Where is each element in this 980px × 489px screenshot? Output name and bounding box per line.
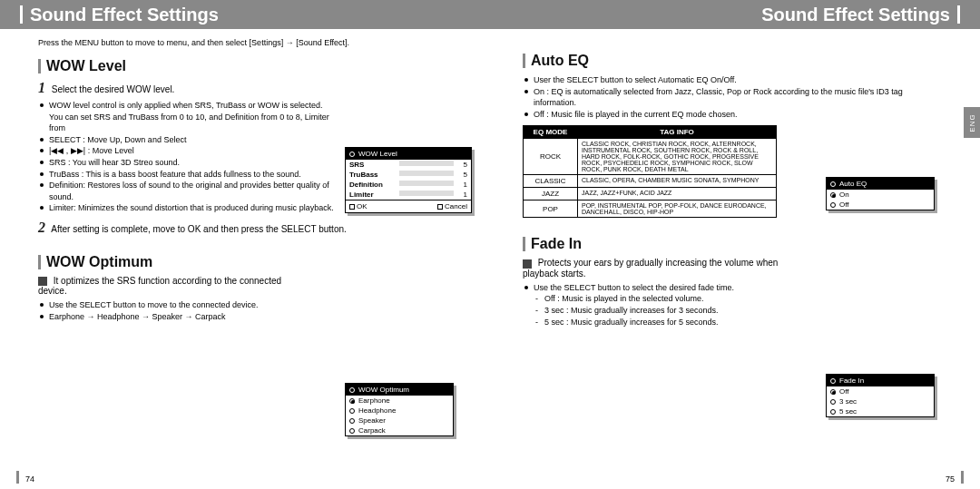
cancel-icon bbox=[437, 204, 443, 210]
wow-level-bullet: SRS : You will hear 3D Streo sound. bbox=[38, 157, 338, 169]
fade-in-bullets: Use the SELECT button to select the desi… bbox=[523, 282, 813, 328]
panel-header: Auto EQ bbox=[827, 178, 934, 190]
panel-header: Fade In bbox=[827, 375, 934, 386]
panel-title: WOW Level bbox=[358, 150, 397, 158]
eq-table-row: POPPOP, INSTRUMENTAL POP, POP-FOLK, DANC… bbox=[524, 200, 777, 218]
page-title-left: Sound Effect Settings bbox=[30, 5, 219, 25]
wow-level-row: Limiter1 bbox=[346, 190, 471, 200]
panel-title: Auto EQ bbox=[839, 180, 867, 188]
section-marker-icon bbox=[523, 237, 525, 251]
page-number-right: 75 bbox=[946, 474, 955, 484]
wow-optimum-heading: WOW Optimum bbox=[38, 254, 465, 270]
section-marker-icon bbox=[38, 59, 41, 73]
page-title-right: Sound Effect Settings bbox=[761, 5, 950, 25]
auto-eq-bullet: User the SELECT button to select Automat… bbox=[523, 74, 940, 86]
wow-level-bullet-nav: |◀◀ , ▶▶| : Move Level bbox=[38, 145, 338, 157]
wow-level-row: TruBass5 bbox=[346, 170, 471, 180]
wow-level-row: SRS5 bbox=[346, 160, 471, 170]
eq-table-row: CLASSICCLASSIC, OPERA, CHAMBER MUSIC SON… bbox=[524, 175, 777, 188]
wow-level-row: Definition1 bbox=[346, 180, 471, 190]
panel-icon bbox=[349, 387, 355, 393]
wow-level-bullet: Limiter: Minimizes the sound distortion … bbox=[38, 202, 338, 214]
wow-level-panel: WOW Level SRS5TruBass5Definition1Limiter… bbox=[345, 147, 472, 213]
fade-in-lead-text: Protects your ears by gradually increasi… bbox=[523, 258, 778, 278]
cancel-label: Cancel bbox=[445, 202, 467, 210]
auto-eq-panel: Auto EQ OnOff bbox=[826, 177, 935, 210]
panel-header: WOW Optimum bbox=[346, 384, 453, 396]
wow-level-title: WOW Level bbox=[46, 58, 126, 74]
panel-icon bbox=[830, 181, 836, 187]
auto-eq-bullet: Off : Music file is played in the curren… bbox=[523, 109, 940, 121]
thumb-tab-label: ENG bbox=[968, 113, 976, 132]
wow-level-bullets: WOW level control is only applied when S… bbox=[38, 100, 338, 214]
fade-in-bullet: Use the SELECT button to select the desi… bbox=[523, 282, 813, 294]
radio-option: On bbox=[827, 190, 934, 200]
wow-level-bullet: Definition: Restores loss of sound to th… bbox=[38, 180, 338, 202]
page-74: Sound Effect Settings Press the MENU but… bbox=[0, 0, 490, 489]
auto-eq-heading: Auto EQ bbox=[523, 53, 947, 69]
panel-header: WOW Level bbox=[346, 148, 471, 160]
step1-text: Select the desired WOW level. bbox=[52, 84, 175, 94]
panel-title: Fade In bbox=[839, 377, 864, 385]
eq-mode-table: EQ MODE TAG INFO ROCKCLASSIC ROCK, CHRIS… bbox=[523, 125, 777, 218]
wow-level-step2: 2 After setting is complete, move to OK … bbox=[38, 220, 465, 236]
wow-optimum-title: WOW Optimum bbox=[46, 254, 152, 270]
eq-header-mode: EQ MODE bbox=[524, 126, 578, 139]
page-number-left: 74 bbox=[25, 474, 34, 484]
ok-icon bbox=[349, 204, 355, 210]
panel-icon bbox=[349, 152, 355, 157]
thumb-tab: ENG bbox=[964, 107, 980, 138]
ok-label: OK bbox=[357, 202, 368, 210]
intro-text: Press the MENU button to move to menu, a… bbox=[38, 38, 465, 47]
radio-option: Earphone bbox=[346, 396, 453, 406]
radio-option: Carpack bbox=[346, 425, 453, 435]
auto-eq-bullet: On : EQ is automatically selected from J… bbox=[523, 86, 940, 109]
step2-text: After setting is complete, move to OK an… bbox=[51, 224, 347, 234]
wow-optimum-lead-text: It optimizes the SRS function according … bbox=[38, 276, 281, 296]
wow-level-heading: WOW Level bbox=[38, 58, 465, 74]
wow-optimum-bullets: Use the SELECT button to move to the con… bbox=[38, 299, 310, 322]
header-right: Sound Effect Settings bbox=[490, 0, 980, 29]
wow-optimum-lead: It optimizes the SRS function according … bbox=[38, 276, 310, 296]
wow-level-step1: 1 Select the desired WOW level. bbox=[38, 80, 465, 96]
fade-in-lead: Protects your ears by gradually increasi… bbox=[523, 258, 795, 278]
fade-in-subbullet: 3 sec : Music gradually increases for 3 … bbox=[534, 305, 813, 317]
wow-optimum-bullet: Use the SELECT button to move to the con… bbox=[38, 299, 310, 311]
page-mark-icon bbox=[16, 471, 19, 484]
step-number-1: 1 bbox=[38, 80, 45, 95]
panel-title: WOW Optimum bbox=[358, 386, 409, 394]
eq-header-tag: TAG INFO bbox=[578, 126, 777, 139]
wow-optimum-bullet: Earphone → Headphone → Speaker → Carpack bbox=[38, 311, 310, 323]
eq-table-row: ROCKCLASSIC ROCK, CHRISTIAN ROCK, ROCK, … bbox=[524, 139, 777, 175]
section-marker-icon bbox=[38, 255, 41, 269]
dash-icon bbox=[523, 259, 532, 269]
radio-option: Off bbox=[827, 386, 934, 396]
wow-level-bullet: WOW level control is only applied when S… bbox=[38, 100, 338, 134]
page-mark-icon bbox=[961, 471, 964, 484]
step-number-2: 2 bbox=[38, 220, 45, 235]
header-bar-icon bbox=[20, 5, 23, 24]
radio-option: Headphone bbox=[346, 406, 453, 416]
panel-icon bbox=[830, 378, 836, 384]
wow-optimum-panel: WOW Optimum EarphoneHeadphoneSpeakerCarp… bbox=[345, 383, 454, 436]
eq-table-row: JAZZJAZZ, JAZZ+FUNK, ACID JAZZ bbox=[524, 188, 777, 200]
page-75: Sound Effect Settings ENG Auto EQ User t… bbox=[490, 0, 980, 489]
header-left: Sound Effect Settings bbox=[0, 0, 490, 29]
dash-icon bbox=[38, 277, 47, 286]
wow-level-bullet: SELECT : Move Up, Down and Select bbox=[38, 134, 338, 146]
radio-option: 5 sec bbox=[827, 406, 934, 416]
page-spread: Sound Effect Settings Press the MENU but… bbox=[0, 0, 980, 489]
fade-in-subbullet: 5 sec : Music gradually increases for 5 … bbox=[534, 317, 813, 328]
auto-eq-title: Auto EQ bbox=[531, 53, 589, 69]
radio-option: 3 sec bbox=[827, 396, 934, 406]
radio-option: Off bbox=[827, 200, 934, 210]
wow-level-bullet: TruBass : This is a bass boost feature t… bbox=[38, 169, 338, 181]
fade-in-title: Fade In bbox=[531, 236, 582, 252]
auto-eq-bullets: User the SELECT button to select Automat… bbox=[523, 74, 940, 120]
header-bar-icon bbox=[957, 5, 960, 24]
fade-in-heading: Fade In bbox=[523, 236, 947, 252]
panel-footer: OK Cancel bbox=[346, 200, 471, 212]
fade-in-subbullet: Off : Music is played in the selected vo… bbox=[534, 293, 813, 305]
fade-in-panel: Fade In Off3 sec5 sec bbox=[826, 374, 935, 417]
section-marker-icon bbox=[523, 54, 525, 68]
